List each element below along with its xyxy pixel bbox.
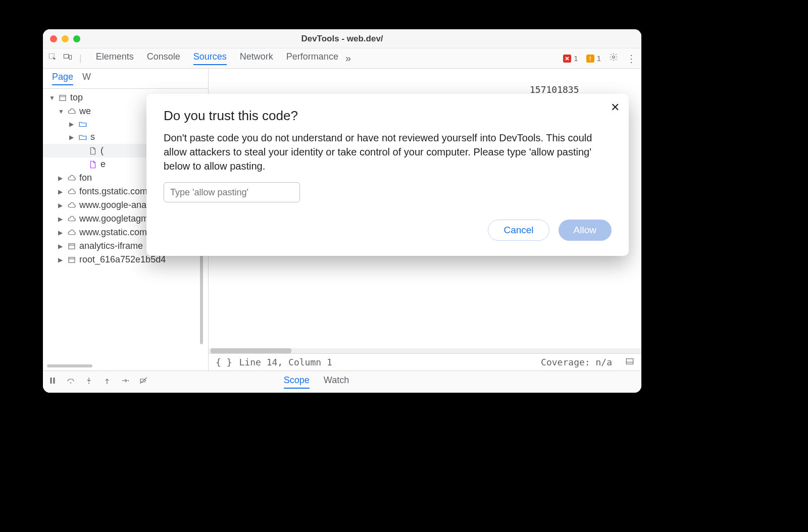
chevron-right-icon: ▶	[58, 202, 64, 209]
svg-rect-6	[69, 257, 75, 262]
editor-horizontal-scrollbar[interactable]	[209, 348, 641, 353]
subtab-workspace[interactable]: W	[82, 72, 91, 85]
chevron-right-icon: ▶	[58, 229, 64, 236]
inspect-element-icon[interactable]	[48, 52, 57, 64]
drawer-tab-watch[interactable]: Watch	[324, 375, 349, 389]
panel-tab-console[interactable]: Console	[147, 51, 180, 65]
drawer-tabs: Scope Watch	[284, 375, 349, 389]
svg-point-11	[88, 383, 89, 384]
tabs-overflow-icon[interactable]: »	[345, 52, 351, 64]
devtools-toolbar: | ElementsConsoleSourcesNetworkPerforman…	[43, 48, 641, 69]
chevron-right-icon: ▶	[58, 256, 64, 263]
code-line[interactable]	[247, 72, 641, 84]
file-icon	[88, 146, 97, 155]
svg-point-13	[128, 380, 129, 381]
drawer-tab-scope[interactable]: Scope	[284, 375, 310, 389]
frame-icon	[67, 255, 76, 264]
window-titlebar: DevTools - web.dev/	[43, 29, 641, 48]
tree-item-label: top	[70, 92, 83, 103]
tree-item-label: www.gstatic.com	[79, 227, 147, 238]
tree-item-label: s	[90, 132, 95, 142]
svg-point-10	[70, 382, 71, 383]
panel-tab-performance[interactable]: Performance	[286, 51, 338, 65]
panel-tabs: ElementsConsoleSourcesNetworkPerformance	[96, 51, 338, 65]
allow-pasting-input[interactable]	[164, 182, 300, 202]
tree-item-label: we	[79, 106, 91, 117]
dialog-body: Don't paste code you do not understand o…	[164, 131, 612, 173]
chevron-right-icon: ▶	[58, 243, 64, 250]
step-over-icon[interactable]	[66, 376, 75, 388]
step-out-icon[interactable]	[103, 376, 112, 388]
svg-point-12	[107, 383, 108, 384]
subtab-page[interactable]: Page	[52, 72, 73, 85]
allow-button[interactable]: Allow	[559, 220, 612, 241]
coverage-status: Coverage: n/a	[541, 357, 612, 367]
tree-item-label: e	[100, 159, 106, 170]
dialog-title: Do you trust this code?	[164, 108, 612, 124]
svg-point-3	[613, 56, 615, 59]
tree-item-label: analytics-iframe	[79, 241, 143, 251]
chevron-down-icon: ▼	[49, 94, 55, 101]
gear-icon[interactable]	[609, 52, 618, 64]
debugger-toolbar: Scope Watch	[43, 370, 641, 393]
chevron-right-icon: ▶	[69, 121, 75, 128]
tree-item-label: fon	[79, 173, 92, 183]
pretty-print-icon[interactable]: { }	[216, 357, 232, 367]
folder-icon	[78, 133, 87, 142]
deactivate-breakpoints-icon[interactable]	[139, 376, 148, 388]
svg-rect-8	[50, 378, 52, 384]
tree-item-label: fonts.gstatic.com	[79, 186, 147, 197]
error-badge[interactable]: 1	[563, 54, 578, 63]
pause-icon[interactable]	[48, 376, 57, 388]
warning-badge[interactable]: ! 1	[586, 54, 601, 63]
cloud-icon	[67, 187, 76, 196]
frame-icon	[67, 242, 76, 251]
svg-rect-2	[69, 55, 72, 59]
cloud-icon	[67, 174, 76, 183]
chevron-right-icon: ▶	[58, 188, 64, 195]
close-icon[interactable]: ✕	[611, 101, 620, 114]
trust-code-dialog: ✕ Do you trust this code? Don't paste co…	[146, 94, 629, 256]
step-into-icon[interactable]	[84, 376, 93, 388]
chevron-right-icon: ▶	[58, 175, 64, 182]
panel-tab-elements[interactable]: Elements	[96, 51, 134, 65]
cloud-icon	[67, 107, 76, 116]
kebab-menu-icon[interactable]: ⋮	[626, 52, 636, 65]
tree-item-label: root_616a752e1b5d4	[79, 254, 166, 265]
sidebar-subtabs: Page W	[43, 69, 208, 89]
cursor-position: Line 14, Column 1	[239, 357, 332, 367]
horizontal-scrollbar[interactable]	[47, 364, 92, 367]
panel-tab-sources[interactable]: Sources	[193, 51, 227, 65]
tree-item-label: (	[100, 145, 104, 156]
cloud-icon	[67, 215, 76, 224]
line-number[interactable]	[209, 72, 247, 84]
cloud-icon	[67, 228, 76, 237]
svg-rect-7	[626, 358, 633, 364]
frame-icon	[58, 93, 67, 102]
chevron-down-icon: ▼	[58, 108, 64, 115]
cloud-icon	[67, 201, 76, 210]
sidebar-toggle-icon[interactable]	[625, 357, 634, 368]
svg-rect-1	[64, 55, 69, 59]
cancel-button[interactable]: Cancel	[488, 220, 549, 241]
chevron-right-icon: ▶	[69, 134, 75, 141]
folder-icon	[78, 120, 87, 129]
editor-status-bar: { } Line 14, Column 1 Coverage: n/a	[209, 353, 641, 370]
svg-rect-5	[69, 243, 75, 249]
svg-rect-4	[60, 95, 66, 100]
chevron-right-icon: ▶	[58, 216, 64, 223]
svg-rect-9	[54, 378, 55, 384]
panel-tab-network[interactable]: Network	[240, 51, 273, 65]
window-title: DevTools - web.dev/	[43, 34, 641, 44]
devtools-window: DevTools - web.dev/ | ElementsConsoleSou…	[43, 29, 641, 393]
device-toolbar-icon[interactable]	[63, 52, 72, 64]
step-icon[interactable]	[121, 376, 130, 388]
file-icon	[88, 160, 97, 169]
